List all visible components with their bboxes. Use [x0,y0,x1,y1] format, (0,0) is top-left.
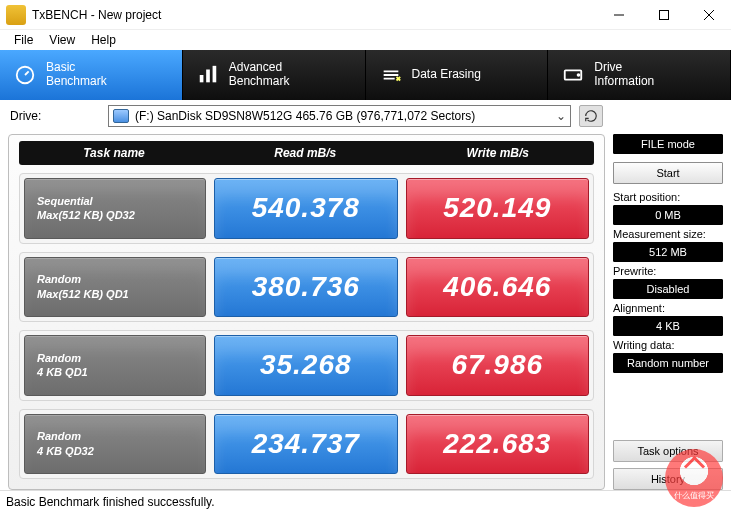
refresh-button[interactable] [579,105,603,127]
start-position-value[interactable]: 0 MB [613,205,723,225]
app-icon [6,5,26,25]
measurement-size-value[interactable]: 512 MB [613,242,723,262]
task-cell[interactable]: SequentialMax(512 KB) QD32 [24,178,206,239]
maximize-button[interactable] [641,0,686,30]
task-cell[interactable]: Random4 KB QD1 [24,335,206,396]
table-row: RandomMax(512 KB) QD1 380.736 406.646 [19,252,594,323]
tab-label: Advanced Benchmark [229,61,290,89]
svg-rect-7 [206,70,210,83]
tab-label: Data Erasing [412,68,481,82]
gauge-icon [14,64,36,86]
drive-label: Drive: [10,109,100,123]
menu-file[interactable]: File [6,31,41,49]
header-task: Task name [19,141,209,165]
erase-icon [380,64,402,86]
status-bar: Basic Benchmark finished successfully. [0,490,731,512]
menu-view[interactable]: View [41,31,83,49]
drive-select[interactable]: (F:) SanDisk SD9SN8W512G 465.76 GB (976,… [108,105,571,127]
task-cell[interactable]: RandomMax(512 KB) QD1 [24,257,206,318]
read-value[interactable]: 234.737 [214,414,398,475]
window-title: TxBENCH - New project [32,8,596,22]
table-row: SequentialMax(512 KB) QD32 540.378 520.1… [19,173,594,244]
svg-rect-8 [212,66,216,83]
status-text: Basic Benchmark finished successfully. [6,495,215,509]
tab-label: Basic Benchmark [46,61,107,89]
write-value[interactable]: 67.986 [406,335,590,396]
measurement-size-label: Measurement size: [613,228,723,240]
history-button[interactable]: History [613,468,723,490]
writing-data-value[interactable]: Random number [613,353,723,373]
menu-help[interactable]: Help [83,31,124,49]
minimize-button[interactable] [596,0,641,30]
drive-icon [113,109,129,123]
tab-advanced-benchmark[interactable]: Advanced Benchmark [183,50,366,100]
table-rows: SequentialMax(512 KB) QD32 540.378 520.1… [19,173,594,479]
task-cell[interactable]: Random4 KB QD32 [24,414,206,475]
start-button[interactable]: Start [613,162,723,184]
write-value[interactable]: 406.646 [406,257,590,318]
write-value[interactable]: 222.683 [406,414,590,475]
alignment-value[interactable]: 4 KB [613,316,723,336]
svg-point-10 [578,74,580,76]
start-position-label: Start position: [613,191,723,203]
tab-basic-benchmark[interactable]: Basic Benchmark [0,50,183,100]
side-panel: FILE mode Start Start position: 0 MB Mea… [613,134,723,490]
menubar: File View Help [0,30,731,50]
svg-line-5 [25,71,29,75]
tab-label: Drive Information [594,61,654,89]
prewrite-label: Prewrite: [613,265,723,277]
writing-data-label: Writing data: [613,339,723,351]
file-mode-button[interactable]: FILE mode [613,134,723,154]
read-value[interactable]: 540.378 [214,178,398,239]
table-row: Random4 KB QD32 234.737 222.683 [19,409,594,480]
alignment-label: Alignment: [613,302,723,314]
chevron-down-icon: ⌄ [556,109,566,123]
svg-rect-6 [200,75,204,82]
task-options-button[interactable]: Task options [613,440,723,462]
table-header: Task name Read mB/s Write mB/s [19,141,594,165]
write-value[interactable]: 520.149 [406,178,590,239]
close-button[interactable] [686,0,731,30]
drive-icon [562,64,584,86]
bars-icon [197,64,219,86]
read-value[interactable]: 380.736 [214,257,398,318]
titlebar: TxBENCH - New project [0,0,731,30]
drive-bar: Drive: (F:) SanDisk SD9SN8W512G 465.76 G… [0,100,731,132]
tab-data-erasing[interactable]: Data Erasing [366,50,549,100]
prewrite-value[interactable]: Disabled [613,279,723,299]
read-value[interactable]: 35.268 [214,335,398,396]
toolbar: Basic Benchmark Advanced Benchmark Data … [0,50,731,100]
tab-drive-information[interactable]: Drive Information [548,50,731,100]
drive-selected-text: (F:) SanDisk SD9SN8W512G 465.76 GB (976,… [135,109,475,123]
header-read: Read mB/s [209,141,402,165]
refresh-icon [584,109,598,123]
table-row: Random4 KB QD1 35.268 67.986 [19,330,594,401]
header-write: Write mB/s [402,141,595,165]
benchmark-panel: Task name Read mB/s Write mB/s Sequentia… [8,134,605,490]
svg-rect-1 [659,10,668,19]
